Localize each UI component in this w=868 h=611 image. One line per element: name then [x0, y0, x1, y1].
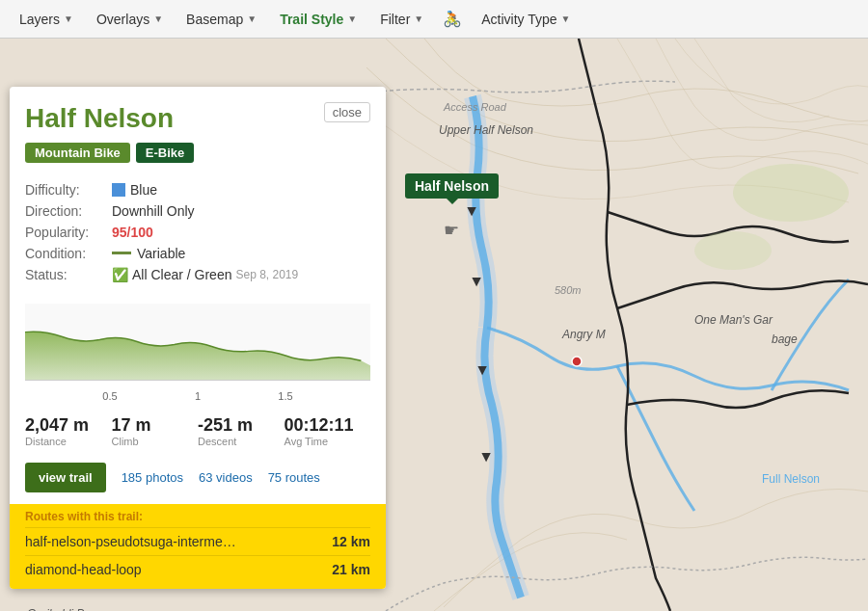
chart-label-05: 0.5: [102, 390, 117, 402]
routes-title: Routes with this trail:: [25, 510, 370, 523]
trail-name: Half Nelson: [25, 102, 370, 135]
chevron-down-icon: ▼: [153, 13, 163, 24]
route-dist-0: 12 km: [332, 534, 370, 549]
map-trail-label: Half Nelson: [405, 173, 499, 199]
bike-icon: 🚴: [443, 10, 462, 28]
nav-trailstyle[interactable]: Trail Style ▼: [270, 8, 366, 31]
nav-filter-label: Filter: [380, 12, 410, 27]
stat-climb-label: Climb: [112, 436, 199, 447]
condition-icon: [112, 252, 131, 254]
popularity-value: 95/100: [112, 225, 153, 240]
svg-text:▲: ▲: [469, 275, 484, 291]
stat-distance-value: 2,047 m: [25, 415, 112, 436]
chevron-down-icon: ▼: [414, 13, 423, 24]
nav-activitytype-label: Activity Type: [481, 12, 556, 27]
svg-point-1: [733, 164, 849, 222]
route-name-1: diamond-head-loop: [25, 562, 142, 577]
svg-point-7: [572, 357, 582, 366]
elevation-chart: [25, 304, 370, 381]
direction-value: Downhill Only: [112, 203, 195, 219]
direction-label: Direction:: [25, 203, 112, 219]
stat-descent: -251 m Descent: [198, 415, 285, 447]
trail-details: Difficulty: Blue Direction: Downhill Onl…: [10, 182, 386, 296]
stat-distance: 2,047 m Distance: [25, 415, 112, 447]
difficulty-value: Blue: [130, 182, 157, 198]
status-label: Status:: [25, 267, 112, 282]
tag-mountain-bike: Mountain Bike: [25, 143, 130, 163]
route-dist-1: 21 km: [332, 562, 370, 577]
stat-descent-value: -251 m: [198, 415, 285, 436]
difficulty-row: Difficulty: Blue: [25, 182, 370, 198]
nav-overlays-label: Overlays: [96, 12, 149, 27]
chevron-down-icon: ▼: [561, 13, 571, 24]
navbar: Layers ▼ Overlays ▼ Basemap ▼ Trail Styl…: [0, 0, 868, 39]
condition-row: Condition: Variable: [25, 246, 370, 261]
difficulty-label: Difficulty:: [25, 182, 112, 198]
nav-layers[interactable]: Layers ▼: [10, 8, 83, 31]
map-container[interactable]: ▲ ▲ ▲ ▲ ☛ Access Road Upper Half Nelson …: [0, 39, 868, 611]
nav-overlays[interactable]: Overlays ▼: [87, 8, 173, 31]
status-date: Sep 8, 2019: [235, 268, 298, 281]
elevation-svg: [25, 304, 370, 380]
stat-distance-label: Distance: [25, 436, 112, 447]
nav-layers-label: Layers: [19, 12, 60, 27]
tag-ebike: E-Bike: [136, 143, 194, 163]
chart-label-1: 1: [195, 390, 201, 402]
route-name-0: half-nelson-pseudotsuga-interme…: [25, 534, 236, 549]
nav-basemap-label: Basemap: [186, 12, 243, 27]
nav-activitytype[interactable]: Activity Type ▼: [472, 8, 580, 31]
tags-container: Mountain Bike E-Bike: [25, 143, 370, 163]
stat-avgtime-value: 00:12:11: [285, 415, 371, 436]
nav-trailstyle-label: Trail Style: [280, 12, 343, 27]
actions-row: view trail 185 photos 63 videos 75 route…: [10, 455, 386, 504]
condition-value: Variable: [137, 246, 185, 261]
chevron-down-icon: ▼: [247, 13, 257, 24]
route-item-0[interactable]: half-nelson-pseudotsuga-interme… 12 km: [25, 527, 370, 555]
svg-text:▲: ▲: [475, 363, 490, 380]
status-value: All Clear / Green: [132, 267, 231, 282]
svg-text:▲: ▲: [464, 204, 479, 221]
routes-section: Routes with this trail: half-nelson-pseu…: [10, 504, 386, 589]
chart-labels: 0.5 1 1.5: [10, 388, 386, 408]
svg-text:☛: ☛: [444, 221, 459, 240]
status-check-icon: ✅: [112, 267, 128, 282]
trail-panel: Half Nelson close Mountain Bike E-Bike D…: [10, 87, 386, 589]
panel-header: Half Nelson close Mountain Bike E-Bike: [10, 87, 386, 182]
status-row: Status: ✅ All Clear / Green Sep 8, 2019: [25, 267, 370, 282]
popularity-label: Popularity:: [25, 225, 112, 240]
svg-point-2: [694, 231, 772, 270]
route-item-1[interactable]: diamond-head-loop 21 km: [25, 555, 370, 583]
stat-descent-label: Descent: [198, 436, 285, 447]
view-trail-button[interactable]: view trail: [25, 463, 106, 492]
stat-climb: 17 m Climb: [112, 415, 199, 447]
stat-climb-value: 17 m: [112, 415, 199, 436]
direction-row: Direction: Downhill Only: [25, 203, 370, 219]
photos-link[interactable]: 185 photos: [122, 470, 183, 485]
chart-label-15: 1.5: [278, 390, 292, 402]
routes-link[interactable]: 75 routes: [268, 470, 320, 485]
stats-row: 2,047 m Distance 17 m Climb -251 m Desce…: [10, 408, 386, 455]
svg-text:▲: ▲: [478, 450, 494, 466]
chevron-down-icon: ▼: [347, 13, 357, 24]
close-button[interactable]: close: [324, 102, 370, 122]
nav-filter[interactable]: Filter ▼: [370, 8, 433, 31]
nav-basemap[interactable]: Basemap ▼: [176, 8, 266, 31]
difficulty-icon: [112, 183, 125, 197]
chevron-down-icon: ▼: [64, 13, 73, 24]
condition-label: Condition:: [25, 246, 112, 261]
popularity-row: Popularity: 95/100: [25, 225, 370, 240]
videos-link[interactable]: 63 videos: [199, 470, 253, 485]
stat-avgtime: 00:12:11 Avg Time: [285, 415, 371, 447]
stat-avgtime-label: Avg Time: [285, 436, 371, 447]
